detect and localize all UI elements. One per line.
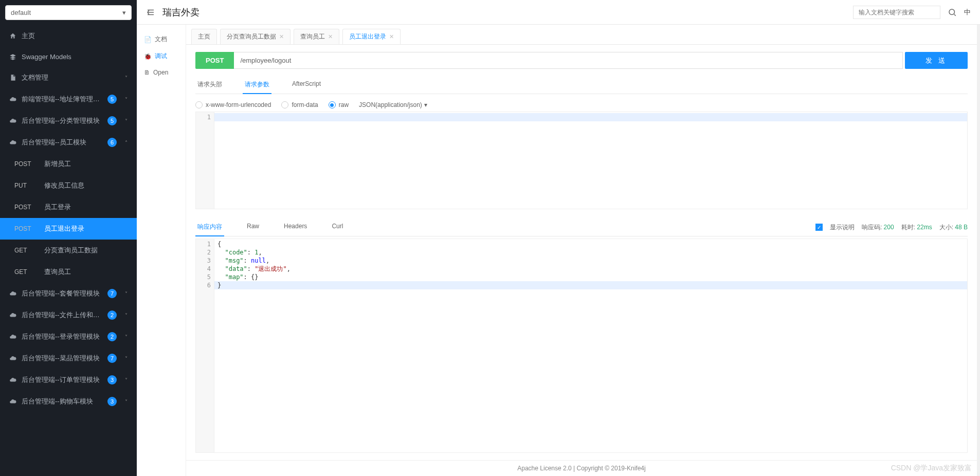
checkbox-show-desc[interactable]: ✓ xyxy=(815,224,823,231)
api-panel: POST /employee/logout 发 送 请求头部 请求参数 Afte… xyxy=(186,45,977,460)
resp-tab-curl[interactable]: Curl xyxy=(330,218,345,236)
sidebar-item[interactable]: 后台管理端--登录管理模块2˅ xyxy=(0,326,137,347)
count-badge: 7 xyxy=(107,289,117,298)
url-input[interactable]: /employee/logout xyxy=(234,52,903,69)
chevron-down-icon: ˅ xyxy=(125,118,128,124)
sidebar-item[interactable]: 文档管理˅ xyxy=(0,67,137,88)
tab-label: 员工退出登录 xyxy=(349,32,386,41)
cloud-icon xyxy=(9,117,16,124)
count-badge: 5 xyxy=(107,116,117,125)
count-badge: 3 xyxy=(107,375,117,385)
sidebar-item-label: 前端管理端--地址簿管理模块 xyxy=(22,95,102,104)
sidebar-api-item[interactable]: POST员工退出登录 xyxy=(0,218,137,240)
sidebar-api-item[interactable]: GET分页查询员工数据 xyxy=(0,240,137,261)
tab-label: 主页 xyxy=(198,32,210,41)
sidebar-item[interactable]: 后台管理端--文件上传和下载模块2˅ xyxy=(0,304,137,326)
subnav-debug[interactable]: 🐞 调试 xyxy=(137,48,186,65)
sidebar-item-label: 文档管理 xyxy=(22,73,117,82)
chevron-down-icon: ˅ xyxy=(125,356,128,361)
sidebar-api-item[interactable]: PUT修改员工信息 xyxy=(0,175,137,196)
chevron-down-icon: ˅ xyxy=(125,334,128,340)
sidebar-item-label: 后台管理端--购物车模块 xyxy=(22,397,102,406)
cloud-icon xyxy=(9,290,16,297)
close-icon[interactable]: ✕ xyxy=(328,33,333,40)
sidebar-item[interactable]: 后台管理端--套餐管理模块7˅ xyxy=(0,283,137,304)
method-label: PUT xyxy=(14,182,39,189)
sidebar-item[interactable]: 后台管理端--员工模块6˄ xyxy=(0,132,137,153)
chevron-down-icon: ˅ xyxy=(125,97,128,102)
method-label: GET xyxy=(14,268,39,276)
sidebar-item[interactable]: 后台管理端--购物车模块3˅ xyxy=(0,391,137,412)
sidebar-item[interactable]: Swagger Models xyxy=(0,47,137,67)
search-icon[interactable] xyxy=(948,8,957,17)
tab[interactable]: 员工退出登录✕ xyxy=(342,29,401,44)
header: 瑞吉外卖 中 xyxy=(137,0,980,25)
sidebar-api-item[interactable]: POST员工登录 xyxy=(0,196,137,218)
count-badge: 2 xyxy=(107,310,117,320)
resp-tab-body[interactable]: 响应内容 xyxy=(195,218,224,236)
tab-req-headers[interactable]: 请求头部 xyxy=(195,76,224,94)
response-body-editor[interactable]: 123456 { "code": 1, "msg": null, "data":… xyxy=(195,239,968,453)
sidebar-item-label: 主页 xyxy=(22,31,128,41)
radio-formdata[interactable]: form-data xyxy=(281,101,318,108)
close-icon[interactable]: ✕ xyxy=(279,33,284,40)
project-select[interactable]: default ▾ xyxy=(5,5,132,20)
method-badge: POST xyxy=(195,52,234,69)
code-area[interactable] xyxy=(214,112,967,209)
radio-urlencoded[interactable]: x-www-form-urlencoded xyxy=(195,101,271,108)
subnav-doc[interactable]: 📄 文档 xyxy=(137,31,186,48)
sidebar-item[interactable]: 前端管理端--地址簿管理模块5˅ xyxy=(0,88,137,110)
tab[interactable]: 主页 xyxy=(191,29,217,44)
menu-collapse-icon[interactable] xyxy=(146,8,155,17)
cloud-icon xyxy=(9,355,16,362)
footer: Apache License 2.0 | Copyright © 2019-Kn… xyxy=(186,460,977,476)
subnav-open[interactable]: 🗎 Open xyxy=(137,65,186,80)
sidebar-api-item[interactable]: GET查询员工 xyxy=(0,261,137,283)
send-button[interactable]: 发 送 xyxy=(905,52,968,69)
document-icon: 📄 xyxy=(144,36,152,43)
sidebar-item-label: 新增员工 xyxy=(44,159,128,169)
gutter: 123456 xyxy=(196,239,214,452)
sidebar-api-item[interactable]: POST新增员工 xyxy=(0,153,137,175)
tab-req-params[interactable]: 请求参数 xyxy=(243,76,271,94)
sidebar-item-label: 员工退出登录 xyxy=(44,224,128,233)
doc-icon xyxy=(9,74,16,81)
count-badge: 3 xyxy=(107,397,117,406)
chevron-down-icon: ˅ xyxy=(125,291,128,297)
search-input[interactable] xyxy=(853,6,940,19)
chevron-down-icon: ˅ xyxy=(125,75,128,81)
sidebar-item-label: 后台管理端--菜品管理模块 xyxy=(22,354,102,363)
sidebar-item-label: 后台管理端--套餐管理模块 xyxy=(22,289,102,298)
language-toggle[interactable]: 中 xyxy=(964,8,971,17)
scrollbar[interactable] xyxy=(977,25,980,476)
tabs: 主页分页查询员工数据✕查询员工✕员工退出登录✕ xyxy=(186,25,977,45)
chevron-down-icon: ˅ xyxy=(125,313,128,318)
chevron-down-icon: ▾ xyxy=(424,101,427,108)
sidebar: default ▾ 主页Swagger Models文档管理˅前端管理端--地址… xyxy=(0,0,137,476)
tab[interactable]: 查询员工✕ xyxy=(294,29,339,44)
resp-tab-headers[interactable]: Headers xyxy=(282,218,309,236)
content-type-select[interactable]: JSON(application/json) ▾ xyxy=(359,101,427,108)
tab-afterscript[interactable]: AfterScript xyxy=(290,76,323,94)
main: 瑞吉外卖 中 📄 文档 🐞 调试 🗎 Open xyxy=(137,0,980,476)
chevron-down-icon: ˅ xyxy=(125,399,128,405)
method-label: POST xyxy=(14,204,39,211)
count-badge: 6 xyxy=(107,138,117,147)
sidebar-item[interactable]: 后台管理端--订单管理模块3˅ xyxy=(0,369,137,391)
cloud-icon xyxy=(9,139,16,146)
project-name: default xyxy=(11,9,31,16)
response-meta: ✓ 显示说明 响应码: 200 耗时: 22ms 大小: 48 B xyxy=(815,223,968,232)
request-body-editor[interactable]: 1 xyxy=(195,112,968,209)
tab[interactable]: 分页查询员工数据✕ xyxy=(220,29,291,44)
sidebar-item[interactable]: 后台管理端--菜品管理模块7˅ xyxy=(0,347,137,369)
resp-tab-raw[interactable]: Raw xyxy=(245,218,261,236)
sidebar-item[interactable]: 后台管理端--分类管理模块5˅ xyxy=(0,110,137,132)
radio-raw[interactable]: raw xyxy=(329,101,349,108)
response-tabs: 响应内容 Raw Headers Curl ✓ 显示说明 响应码: 200 耗时… xyxy=(195,218,968,236)
close-icon[interactable]: ✕ xyxy=(389,33,394,40)
sidebar-item[interactable]: 主页 xyxy=(0,25,137,47)
cloud-icon xyxy=(9,312,16,319)
sidebar-item-label: 后台管理端--文件上传和下载模块 xyxy=(22,310,102,320)
method-label: POST xyxy=(14,160,39,168)
sidebar-item-label: 分页查询员工数据 xyxy=(44,246,128,255)
